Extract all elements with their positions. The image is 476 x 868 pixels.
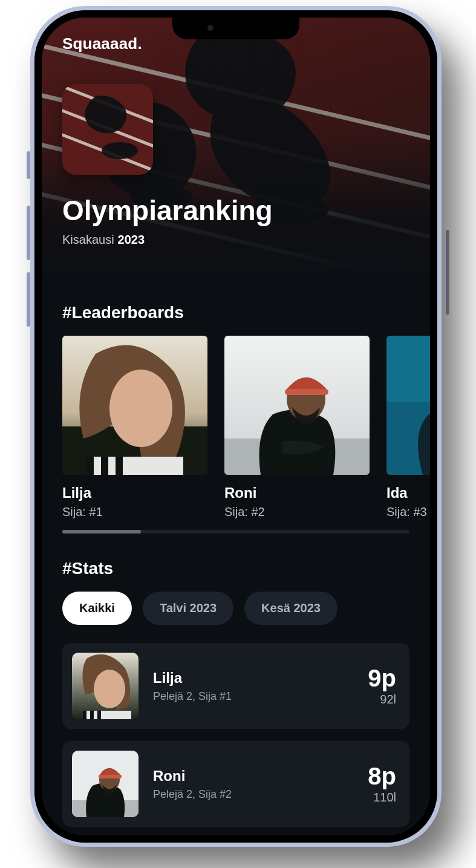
stats-row-meta: Pelejä 2, Sija #1 (153, 690, 353, 703)
filter-chip-summer[interactable]: Kesä 2023 (244, 592, 337, 625)
stats-row-points: 8p (368, 764, 396, 788)
horizontal-scrollbar[interactable] (62, 530, 409, 534)
avatar (224, 336, 370, 475)
phone-frame: Squaaaad. (30, 6, 442, 847)
svg-point-26 (94, 670, 125, 708)
svg-rect-29 (90, 711, 94, 719)
avatar (72, 751, 139, 817)
leaderboard-rank: Sija: #2 (224, 505, 370, 519)
leaderboard-rank: Sija: #1 (62, 505, 207, 519)
svg-point-14 (109, 370, 172, 447)
avatar (386, 336, 430, 475)
filter-chip-winter[interactable]: Talvi 2023 (143, 592, 233, 625)
svg-rect-22 (285, 389, 328, 395)
brand-logo-text: Squaaaad. (62, 34, 142, 53)
svg-point-11 (102, 142, 138, 159)
page-subtitle: Kisakausi2023 (62, 233, 145, 247)
stats-row-lilja[interactable]: Lilja Pelejä 2, Sija #1 9p 92l (62, 643, 409, 729)
svg-rect-16 (86, 457, 94, 475)
stats-heading: #Stats (62, 559, 409, 578)
svg-rect-18 (116, 457, 123, 475)
leaderboard-name: Lilja (62, 485, 207, 501)
stats-row-roni[interactable]: Roni Pelejä 2, Sija #2 8p 110l (62, 741, 409, 827)
stats-row-name: Roni (153, 768, 353, 785)
hero-thumbnail[interactable] (62, 84, 153, 175)
stats-row-name: Lilja (153, 670, 353, 687)
svg-rect-34 (99, 775, 122, 778)
leaderboard-name: Ida (386, 485, 430, 501)
hero-section: Squaaaad. (42, 18, 430, 278)
season-label: Kisakausi (62, 233, 114, 246)
leaderboard-scroller[interactable]: Lilja Sija: #1 (62, 336, 430, 519)
svg-rect-28 (83, 711, 86, 719)
scrollbar-thumb[interactable] (62, 530, 141, 534)
leaderboard-name: Roni (224, 485, 370, 501)
leaderboard-card-ida[interactable]: Ida Sija: #3 (386, 336, 430, 519)
stats-row-sub: 92l (368, 693, 396, 706)
leaderboards-heading: #Leaderboards (62, 303, 409, 322)
stats-row-sub: 110l (368, 791, 396, 804)
app-screen: Squaaaad. (42, 18, 430, 835)
phone-side-button (446, 230, 449, 315)
stats-row-points: 9p (368, 666, 396, 690)
leaderboard-card-roni[interactable]: Roni Sija: #2 (224, 336, 370, 519)
svg-rect-17 (101, 457, 108, 475)
svg-rect-30 (97, 711, 101, 719)
page-title: Olympiaranking (62, 194, 273, 227)
phone-notch (172, 18, 299, 39)
leaderboard-rank: Sija: #3 (386, 505, 430, 519)
stats-filter-chips: Kaikki Talvi 2023 Kesä 2023 (62, 592, 409, 625)
leaderboard-card-lilja[interactable]: Lilja Sija: #1 (62, 336, 207, 519)
stats-row-meta: Pelejä 2, Sija #2 (153, 788, 353, 801)
avatar (62, 336, 207, 475)
season-year: 2023 (118, 233, 145, 246)
filter-chip-all[interactable]: Kaikki (62, 592, 132, 625)
avatar (72, 653, 139, 719)
svg-rect-24 (386, 336, 430, 402)
